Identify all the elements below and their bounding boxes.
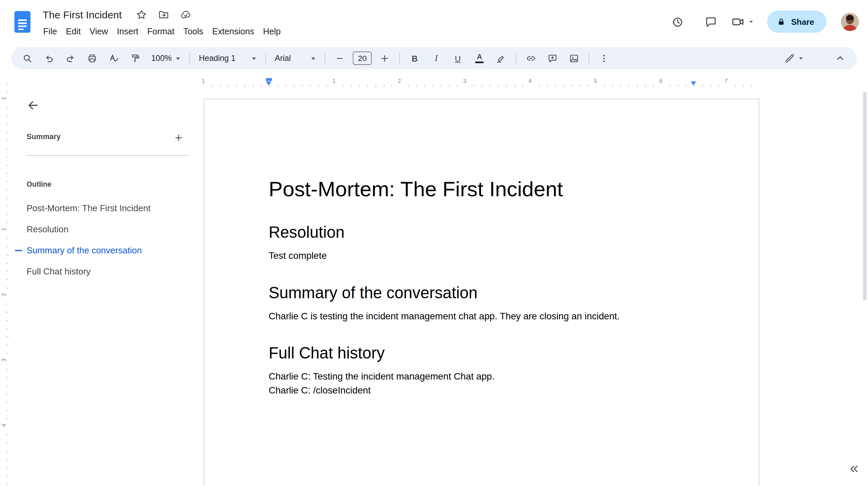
more-toolbar-button[interactable] — [595, 50, 613, 67]
ruler-tick — [6, 189, 9, 190]
menu-extensions[interactable]: Extensions — [208, 25, 259, 38]
doc-paragraph[interactable]: Charlie C: Testing the incident manageme… — [268, 370, 694, 384]
doc-title[interactable]: Post-Mortem: The First Incident — [268, 176, 694, 202]
vertical-scrollbar[interactable] — [863, 92, 867, 301]
document-page[interactable]: Post-Mortem: The First Incident Resoluti… — [204, 99, 760, 486]
menu-tools[interactable]: Tools — [179, 25, 208, 38]
doc-heading[interactable]: Summary of the conversation — [268, 283, 694, 303]
menu-edit[interactable]: Edit — [62, 25, 85, 38]
ruler-tick — [277, 84, 278, 87]
menu-insert[interactable]: Insert — [112, 25, 143, 38]
hide-menus-button[interactable] — [831, 49, 849, 67]
docs-logo-icon[interactable] — [14, 11, 31, 33]
add-comment-button[interactable] — [544, 50, 561, 67]
video-call-icon — [731, 15, 745, 29]
spellcheck-icon — [108, 53, 119, 64]
ruler-tick — [514, 84, 515, 87]
ruler-tick — [588, 84, 589, 87]
text-color-letter: A — [477, 53, 482, 61]
outline-item-3[interactable]: Summary of the conversation — [27, 240, 187, 261]
ruler-number: 7 — [723, 78, 730, 84]
doc-paragraph[interactable]: Charlie C is testing the incident manage… — [268, 309, 694, 323]
menu-format[interactable]: Format — [143, 25, 179, 38]
search-menus-button[interactable] — [19, 50, 36, 67]
outline-item-1[interactable]: Post-Mortem: The First Incident — [27, 198, 187, 219]
plus-icon — [173, 132, 184, 143]
paint-format-button[interactable] — [126, 50, 144, 67]
ruler-horizontal[interactable]: 11234567 — [204, 78, 760, 87]
menu-help[interactable]: Help — [259, 25, 285, 38]
ruler-tick — [310, 84, 311, 87]
italic-button[interactable]: I — [427, 50, 445, 67]
account-avatar[interactable] — [841, 13, 859, 31]
undo-button[interactable] — [40, 50, 58, 67]
text-color-button[interactable]: A — [471, 50, 488, 67]
ruler-tick — [285, 84, 286, 87]
print-button[interactable] — [83, 50, 101, 67]
decrease-font-size-button[interactable] — [331, 50, 349, 67]
move-button[interactable] — [157, 8, 171, 21]
share-button[interactable]: Share — [767, 11, 827, 33]
document-status-button[interactable] — [179, 8, 193, 21]
ruler-tick — [261, 84, 262, 87]
version-history-button[interactable] — [665, 9, 690, 34]
ruler-tick — [6, 312, 9, 313]
collapse-side-panel-button[interactable] — [847, 462, 863, 477]
ruler-tick — [506, 84, 507, 87]
chevron-down-icon — [249, 53, 259, 63]
join-call-button[interactable] — [731, 15, 756, 29]
ruler-tick — [629, 84, 629, 87]
redo-button[interactable] — [62, 50, 80, 67]
docs-logo-icon — [14, 11, 31, 33]
doc-heading[interactable]: Full Chat history — [268, 343, 694, 363]
font-value: Arial — [275, 54, 291, 63]
italic-icon: I — [435, 53, 438, 63]
divider — [27, 155, 189, 156]
menu-file[interactable]: File — [39, 25, 62, 38]
insert-link-button[interactable] — [522, 50, 540, 67]
ruler-tick — [245, 84, 245, 87]
close-outline-button[interactable] — [25, 98, 41, 113]
ruler-tick — [269, 84, 270, 87]
outline-item-4[interactable]: Full Chat history — [27, 261, 187, 282]
ruler-number: 3 — [462, 78, 468, 84]
ruler-tick — [6, 410, 9, 411]
ruler-number: 1 — [1, 95, 7, 102]
paragraph-style-select[interactable]: Heading 1 — [194, 50, 262, 67]
comments-icon — [705, 15, 717, 28]
doc-paragraph[interactable]: Test complete — [268, 249, 694, 263]
ruler-tick — [6, 386, 9, 386]
font-size-input[interactable]: 20 — [353, 52, 371, 65]
first-line-indent-marker[interactable] — [266, 78, 272, 81]
add-summary-button[interactable] — [171, 130, 186, 145]
bold-button[interactable]: B — [406, 50, 423, 67]
left-indent-marker[interactable] — [265, 81, 271, 85]
ruler-tick — [359, 84, 360, 87]
highlight-icon — [496, 53, 506, 64]
outline-item-2[interactable]: Resolution — [27, 219, 187, 240]
bold-icon: B — [412, 53, 418, 63]
doc-heading[interactable]: Resolution — [268, 222, 694, 242]
ruler-tick — [220, 84, 221, 87]
zoom-select[interactable]: 100% — [146, 50, 186, 67]
right-indent-marker[interactable] — [690, 81, 696, 85]
highlight-color-button[interactable] — [492, 50, 510, 67]
insert-image-icon — [569, 53, 579, 64]
editing-mode-button[interactable] — [780, 49, 809, 67]
increase-font-size-button[interactable] — [376, 50, 394, 67]
document-title[interactable]: The First Incident — [42, 9, 122, 21]
underline-button[interactable]: U — [449, 50, 467, 67]
header-actions: Share — [661, 9, 859, 34]
comments-button[interactable] — [698, 9, 724, 34]
insert-image-button[interactable] — [565, 50, 583, 67]
ruler-tick — [579, 84, 580, 87]
ruler-tick — [735, 84, 735, 87]
ruler-tick — [743, 84, 744, 87]
doc-paragraph[interactable]: Charlie C: /closeIncident — [268, 384, 694, 398]
menu-view[interactable]: View — [85, 25, 112, 38]
star-button[interactable] — [135, 8, 149, 21]
spellcheck-button[interactable] — [105, 50, 123, 67]
zoom-value: 100% — [151, 54, 172, 63]
ruler-tick — [302, 84, 302, 87]
font-select[interactable]: Arial — [270, 50, 321, 67]
